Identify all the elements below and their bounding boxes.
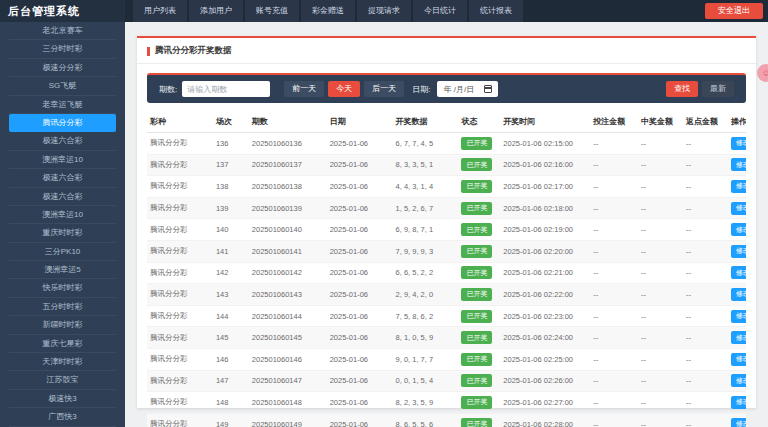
topnav-item[interactable]: 彩金赠送: [301, 0, 355, 22]
today-button[interactable]: 今天: [328, 81, 360, 97]
search-button[interactable]: 查找: [666, 81, 698, 97]
status-cell: 已开奖: [458, 413, 500, 427]
table-cell: --: [683, 240, 728, 262]
table-cell: 2025-01-06 02:20:00: [500, 240, 590, 262]
table-cell: 2025-01-06 02:24:00: [500, 327, 590, 349]
edit-button[interactable]: 修改: [731, 353, 746, 366]
calendar-icon[interactable]: [484, 85, 492, 93]
table-cell: 202501060144: [249, 305, 327, 327]
sidebar-item[interactable]: 澳洲幸运10: [9, 151, 116, 169]
table-cell: --: [590, 176, 638, 198]
topnav-items: 用户列表添加用户账号充值彩金赠送提现请求今日统计统计报表: [133, 0, 525, 22]
topnav-item[interactable]: 账号充值: [245, 0, 299, 22]
table-cell: 8, 1, 0, 5, 9: [393, 327, 459, 349]
sidebar-item[interactable]: 极速六合彩: [9, 132, 116, 150]
table-cell: 202501060148: [249, 392, 327, 414]
sidebar-item[interactable]: 重庆时时彩: [9, 224, 116, 242]
edit-button[interactable]: 修改: [731, 310, 746, 323]
edit-button[interactable]: 修改: [731, 374, 746, 387]
table-cell: --: [683, 305, 728, 327]
data-card: 腾讯分分彩开奖数据 期数: 前一天 今天 后一天 日期: 年 /月/日 查找 最…: [137, 36, 756, 408]
table-cell: 148: [213, 392, 249, 414]
sidebar-item[interactable]: 老北京赛车: [9, 22, 116, 40]
table-cell: 202501060142: [249, 262, 327, 284]
topnav-item[interactable]: 统计报表: [469, 0, 523, 22]
actions-cell: 修改开奖: [728, 197, 746, 219]
sidebar-item[interactable]: 极速六合彩: [9, 169, 116, 187]
table-cell: 2025-01-06 02:18:00: [500, 197, 590, 219]
table-cell: 141: [213, 240, 249, 262]
sidebar-item[interactable]: 新疆时时彩: [9, 316, 116, 334]
table-cell: --: [683, 348, 728, 370]
sidebar-item[interactable]: 快乐时时彩: [9, 279, 116, 297]
table-cell: 202501060137: [249, 154, 327, 176]
status-badge: 已开奖: [461, 288, 492, 301]
table-cell: 143: [213, 284, 249, 306]
sidebar-item[interactable]: 江苏骰宝: [9, 371, 116, 389]
table-cell: --: [590, 133, 638, 155]
table-row: 腾讯分分彩1392025010601392025-01-061, 5, 2, 6…: [147, 197, 746, 219]
edit-button[interactable]: 修改: [731, 245, 746, 258]
table-cell: --: [683, 392, 728, 414]
sidebar-item[interactable]: 重庆七星彩: [9, 335, 116, 353]
status-cell: 已开奖: [458, 392, 500, 414]
sidebar-item[interactable]: 极速快3: [9, 390, 116, 408]
table-cell: 138: [213, 176, 249, 198]
latest-button[interactable]: 最新: [702, 81, 734, 97]
edit-button[interactable]: 修改: [731, 266, 746, 279]
table-cell: 2025-01-06 02:19:00: [500, 219, 590, 241]
edit-button[interactable]: 修改: [731, 396, 746, 409]
table-cell: --: [590, 370, 638, 392]
table-cell: 6, 6, 5, 2, 2: [393, 262, 459, 284]
topnav-item[interactable]: 添加用户: [189, 0, 243, 22]
sidebar-item[interactable]: 广西快3: [9, 408, 116, 426]
table-cell: 2025-01-06 02:23:00: [500, 305, 590, 327]
table-cell: --: [590, 240, 638, 262]
edit-button[interactable]: 修改: [731, 331, 746, 344]
next-day-button[interactable]: 后一天: [364, 81, 404, 97]
date-input[interactable]: 年 /月/日: [437, 81, 498, 97]
table-cell: 202501060140: [249, 219, 327, 241]
sidebar-item[interactable]: 五分时时彩: [9, 298, 116, 316]
sidebar-item[interactable]: 澳洲幸运5: [9, 261, 116, 279]
edit-button[interactable]: 修改: [731, 288, 746, 301]
prev-day-button[interactable]: 前一天: [284, 81, 324, 97]
topnav-item[interactable]: 用户列表: [133, 0, 187, 22]
edit-button[interactable]: 修改: [731, 137, 746, 150]
table-cell: 146: [213, 348, 249, 370]
sidebar-item[interactable]: 三分PK10: [9, 243, 116, 261]
table-cell: 腾讯分分彩: [147, 240, 213, 262]
column-header: 中奖金额: [638, 111, 683, 133]
edit-button[interactable]: 修改: [731, 202, 746, 215]
sidebar-item[interactable]: 极速分分彩: [9, 59, 116, 77]
table-cell: 2025-01-06: [327, 370, 393, 392]
table-cell: 腾讯分分彩: [147, 154, 213, 176]
sidebar-item[interactable]: 老幸运飞艇: [9, 96, 116, 114]
sidebar-item[interactable]: 澳洲幸运10: [9, 206, 116, 224]
sidebar-item[interactable]: 腾讯分分彩: [9, 114, 116, 132]
service-float-icon[interactable]: ☺: [757, 64, 768, 82]
edit-button[interactable]: 修改: [731, 180, 746, 193]
edit-button[interactable]: 修改: [731, 223, 746, 236]
sidebar-item[interactable]: SG飞艇: [9, 77, 116, 95]
sidebar-item[interactable]: 三分时时彩: [9, 40, 116, 58]
table-cell: 腾讯分分彩: [147, 348, 213, 370]
table-cell: --: [638, 240, 683, 262]
sidebar-item[interactable]: 天津时时彩: [9, 353, 116, 371]
table-cell: 2025-01-06 02:15:00: [500, 133, 590, 155]
card-title-row: 腾讯分分彩开奖数据: [137, 38, 756, 64]
logout-button[interactable]: 安全退出: [705, 3, 763, 19]
date-placeholder: 年 /月/日: [443, 84, 474, 95]
edit-button[interactable]: 修改: [731, 418, 746, 427]
table-cell: 139: [213, 197, 249, 219]
sidebar-item[interactable]: 极速六合彩: [9, 188, 116, 206]
table-cell: --: [638, 392, 683, 414]
table-cell: --: [590, 262, 638, 284]
edit-button[interactable]: 修改: [731, 158, 746, 171]
topnav-item[interactable]: 今日统计: [413, 0, 467, 22]
period-input[interactable]: [182, 81, 270, 97]
topnav-item[interactable]: 提现请求: [357, 0, 411, 22]
table-cell: 2, 9, 4, 2, 0: [393, 284, 459, 306]
table-row: 腾讯分分彩1382025010601382025-01-064, 4, 3, 1…: [147, 176, 746, 198]
status-badge: 已开奖: [461, 245, 492, 258]
